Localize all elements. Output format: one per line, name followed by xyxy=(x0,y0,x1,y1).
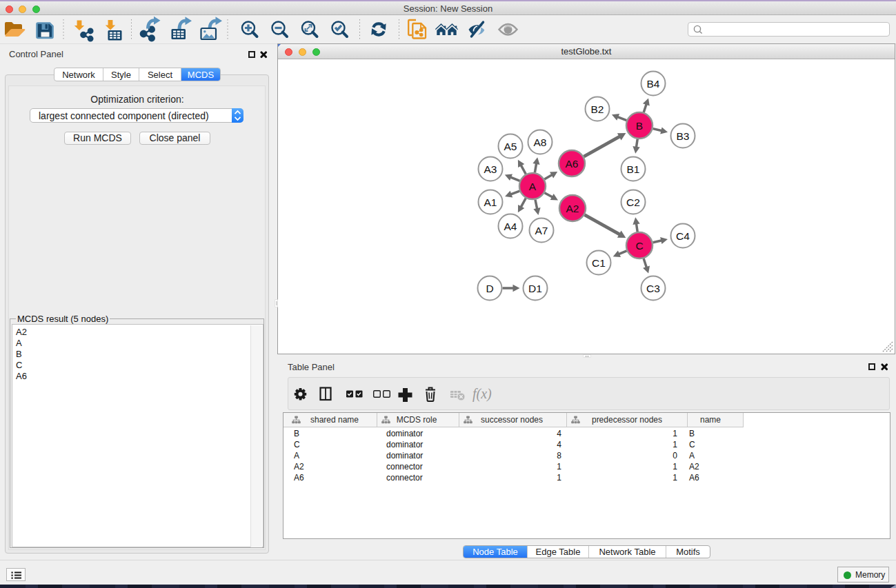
svg-text:B4: B4 xyxy=(647,78,660,90)
svg-text:C2: C2 xyxy=(626,196,640,208)
svg-text:C: C xyxy=(635,240,643,252)
svg-text:A6: A6 xyxy=(566,158,579,170)
svg-text:A5: A5 xyxy=(504,141,517,152)
svg-text:D1: D1 xyxy=(528,283,542,294)
svg-text:B: B xyxy=(636,120,643,132)
svg-text:A8: A8 xyxy=(534,136,547,148)
svg-text:B3: B3 xyxy=(677,130,690,142)
svg-text:B2: B2 xyxy=(591,103,604,115)
svg-text:D: D xyxy=(486,283,493,294)
svg-text:f(x): f(x) xyxy=(472,386,492,402)
svg-text:A2: A2 xyxy=(566,203,579,214)
svg-text:C4: C4 xyxy=(676,230,690,242)
svg-text:B1: B1 xyxy=(627,163,640,175)
svg-text:A: A xyxy=(529,181,537,192)
svg-text:A4: A4 xyxy=(504,221,517,232)
svg-text:A3: A3 xyxy=(484,163,497,175)
svg-text:A1: A1 xyxy=(484,196,497,208)
svg-text:A7: A7 xyxy=(535,225,548,236)
svg-text:C1: C1 xyxy=(592,257,606,269)
svg-text:C3: C3 xyxy=(646,283,660,294)
